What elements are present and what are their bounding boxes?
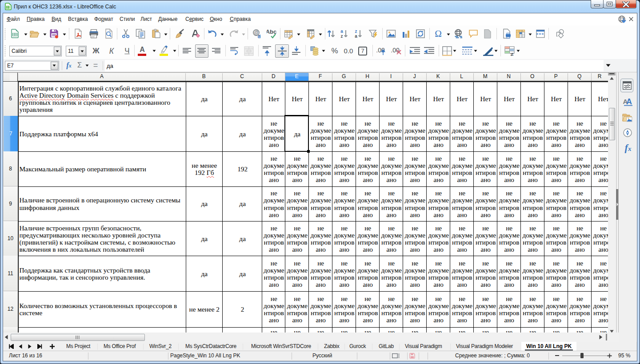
- svg-text:a: a: [340, 29, 343, 34]
- svg-text:≠: ≠: [511, 51, 514, 56]
- svg-text:z: z: [355, 29, 357, 34]
- svg-text:z: z: [341, 34, 343, 39]
- svg-text:d: d: [257, 34, 260, 39]
- svg-text:A: A: [626, 97, 632, 106]
- svg-text:a: a: [355, 34, 357, 39]
- svg-text:Ω: Ω: [435, 28, 442, 39]
